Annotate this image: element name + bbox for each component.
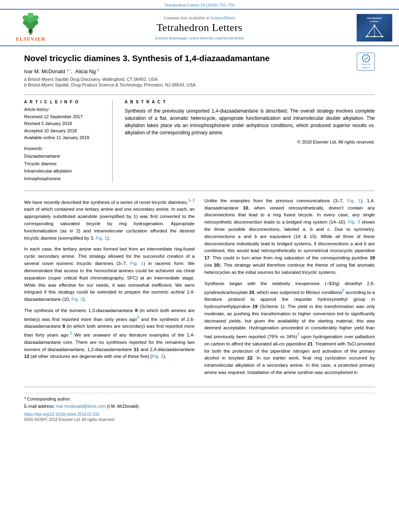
- article-body: We have recently described the synthesis…: [24, 191, 375, 380]
- journal-title: Tetrahedron Letters: [60, 22, 339, 34]
- body-paragraph-5: Synthesis began with the relatively inex…: [204, 280, 375, 376]
- sciencedirect-line: Contents lists available at ScienceDirec…: [60, 15, 339, 20]
- title-authors-area: Novel tricyclic diamines 3. Synthesis of…: [24, 53, 348, 88]
- publisher-logo-area: ELSEVIER: [6, 13, 55, 42]
- svg-point-8: [30, 29, 31, 31]
- protected-text: protected: [338, 363, 358, 368]
- revised-date: Revised 5 January 2018: [24, 120, 104, 127]
- journal-title-area: Contents lists available at ScienceDirec…: [60, 15, 339, 40]
- check-updates-badge: Check forupdates: [353, 53, 375, 71]
- keyword-1: Diazaadamantane: [24, 152, 104, 160]
- affiliation-a: a Bristol-Myers Squibb Drug Discovery, W…: [24, 77, 348, 82]
- article-info-abstract: A R T I C L E I N F O Article history: R…: [24, 94, 375, 183]
- svg-point-17: [374, 25, 375, 26]
- check-updates-label: Check forupdates: [361, 63, 371, 69]
- accepted-date: Accepted 10 January 2018: [24, 127, 104, 135]
- available-date: Available online 11 January 2018: [24, 134, 104, 142]
- received-date: Received 12 September 2017: [24, 113, 104, 121]
- svg-line-11: [29, 33, 31, 35]
- cover-molecule-icon: [364, 25, 385, 39]
- check-updates-icon: [362, 54, 370, 62]
- body-paragraph-4: Unlike the examples from the previous co…: [204, 197, 375, 276]
- author-ng: Alicia Ng b: [75, 68, 99, 74]
- email-line: E-mail address: ivar.mcdonald@bms.com (I…: [24, 403, 375, 410]
- journal-homepage: journal homepage: www.elsevier.com/locat…: [60, 35, 339, 40]
- abstract-section: A B S T R A C T Synthesis of the previou…: [125, 100, 375, 183]
- svg-point-18: [382, 36, 383, 37]
- cover-title: TetrahedronLetters: [367, 16, 382, 23]
- checkmark-icon: [364, 56, 368, 61]
- svg-point-20: [374, 36, 375, 37]
- body-paragraph-3: The synthesis of the isomeric 1,3-diazaa…: [24, 307, 195, 360]
- corresponding-author-note: * Corresponding author.: [24, 396, 375, 403]
- keyword-2: Tricyclic diamine: [24, 160, 104, 168]
- abstract-text: Synthesis of the previously unreported 1…: [125, 107, 375, 136]
- journal-citation-text: Tetrahedron Letters 59 (2018) 755–759: [165, 2, 234, 7]
- affiliation-b: b Bristol-Myers Squibb, Drug Product Sci…: [24, 82, 348, 87]
- abstract-label: A B S T R A C T: [125, 100, 375, 104]
- email-address[interactable]: ivar.mcdonald@bms.com: [56, 404, 106, 409]
- author-mcdonald: Ivar M. McDonald a,*,: [24, 68, 74, 74]
- copyright-line: © 2018 Elsevier Ltd. All rights reserved…: [125, 140, 375, 144]
- article-title: Novel tricyclic diamines 3. Synthesis of…: [24, 53, 348, 64]
- svg-point-19: [366, 36, 367, 37]
- elsevier-tree-icon: [16, 13, 45, 35]
- footnote-divider: [24, 393, 375, 393]
- svg-point-5: [23, 15, 28, 20]
- elsevier-wordmark: ELSEVIER: [16, 36, 45, 42]
- authors-line: Ivar M. McDonald a,*, Alicia Ng b: [24, 68, 348, 74]
- homepage-url[interactable]: www.elsevier.com/locate/tetlet: [189, 35, 244, 40]
- this-text: this: [312, 363, 319, 368]
- keywords-section: Keywords: Diazaadamantane Tricyclic diam…: [24, 146, 104, 183]
- sciencedirect-link[interactable]: ScienceDirect: [210, 15, 235, 20]
- journal-cover-area: TetrahedronLetters: [344, 14, 393, 42]
- issn-line: 0040-4039/© 2018 Elsevier Ltd. All right…: [24, 417, 375, 422]
- keyword-3: Intramolecular alkylation: [24, 167, 104, 175]
- article-info-section: A R T I C L E I N F O Article history: R…: [24, 100, 113, 183]
- svg-line-12: [31, 33, 32, 35]
- keyword-4: Iminophosphorane: [24, 175, 104, 183]
- keywords-label: Keywords:: [24, 146, 104, 151]
- article-history-label: Article history:: [24, 107, 104, 112]
- article-main: Novel tricyclic diamines 3. Synthesis of…: [0, 46, 399, 430]
- svg-point-6: [33, 15, 39, 20]
- journal-cover-image: TetrahedronLetters: [356, 14, 393, 42]
- body-left-column: We have recently described the synthesis…: [24, 197, 195, 380]
- title-row: Novel tricyclic diamines 3. Synthesis of…: [24, 53, 375, 88]
- article-info-label: A R T I C L E I N F O: [24, 100, 104, 104]
- doi-line[interactable]: https://doi.org/10.1016/j.tetlet.2018.01…: [24, 412, 375, 417]
- elsevier-logo: ELSEVIER: [6, 13, 55, 42]
- body-paragraph-1: We have recently described the synthesis…: [24, 197, 195, 242]
- body-right-column: Unlike the examples from the previous co…: [204, 197, 375, 380]
- body-paragraph-2: In each case, the tertiary amine was for…: [24, 246, 195, 303]
- svg-line-16: [366, 25, 374, 37]
- journal-citation-header: Tetrahedron Letters 59 (2018) 755–759: [0, 0, 399, 9]
- journal-banner: ELSEVIER Contents lists available at Sci…: [0, 9, 399, 46]
- footnote-area: * Corresponding author. E-mail address: …: [24, 387, 375, 422]
